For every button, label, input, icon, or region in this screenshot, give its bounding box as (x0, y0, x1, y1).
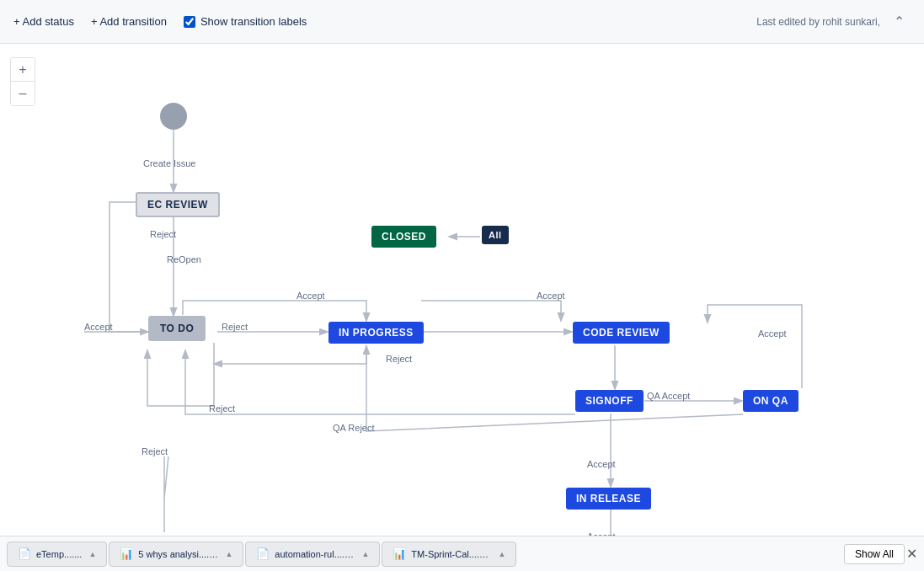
node-closed[interactable]: CLOSED (371, 226, 436, 248)
file-icon-1: 📊 (120, 547, 133, 560)
chevron-3: ▲ (498, 550, 505, 558)
taskbar-item-0[interactable]: 📄 eTemp....... ▲ (7, 542, 107, 567)
add-transition-button[interactable]: + Add transition (91, 15, 167, 28)
taskbar-item-3[interactable]: 📊 TM-Sprint-Cal....xlsx ▲ (382, 542, 516, 567)
taskbar-label-1: 5 whys analysi....xls (138, 549, 218, 559)
collapse-button[interactable]: ⌃ (887, 10, 911, 34)
last-edited-info: Last edited by rohit sunkari, ⌃ (756, 10, 911, 34)
file-icon-2: 📄 (256, 547, 270, 560)
label-reject-bottom: Reject (142, 446, 168, 456)
label-accept-codereview: Accept (537, 291, 565, 301)
node-code-review[interactable]: CODE REVIEW (573, 322, 670, 344)
show-labels-checkbox[interactable] (184, 16, 195, 28)
taskbar-item-1[interactable]: 📊 5 whys analysi....xls ▲ (109, 542, 243, 567)
show-labels-text: Show transition labels (200, 15, 307, 28)
zoom-out-button[interactable]: – (11, 82, 35, 105)
node-all[interactable]: All (482, 226, 509, 244)
taskbar-item-2[interactable]: 📄 automation-rul....is... ▲ (245, 542, 380, 567)
label-qa-accept: QA Accept (647, 391, 690, 401)
label-reject-inprogress: Reject (386, 354, 412, 364)
show-all-button[interactable]: Show All (844, 544, 905, 564)
node-signoff[interactable]: SIGNOFF (575, 390, 644, 412)
create-issue-label: Create Issue (143, 158, 195, 168)
node-in-progress[interactable]: IN PROGRESS (328, 322, 424, 344)
show-labels-toggle[interactable]: Show transition labels (184, 15, 307, 28)
start-circle (160, 103, 187, 130)
label-accept-onqa: Accept (758, 328, 787, 339)
node-ec-review[interactable]: EC REVIEW (136, 192, 220, 217)
taskbar-label-2: automation-rul....is... (275, 549, 355, 559)
taskbar-label-0: eTemp....... (36, 549, 82, 559)
chevron-2: ▲ (361, 550, 369, 558)
add-status-label: + Add status (13, 15, 74, 28)
file-icon-3: 📊 (393, 547, 406, 560)
node-in-release[interactable]: IN RELEASE (566, 488, 651, 510)
label-reject-ecreview: Reject (150, 229, 176, 239)
zoom-controls: + – (10, 57, 35, 106)
label-reject-signoff: Reject (209, 403, 235, 414)
add-transition-label: + Add transition (91, 15, 167, 28)
label-reopen: ReOpen (167, 254, 201, 264)
chevron-0: ▲ (88, 550, 96, 558)
file-icon-0: 📄 (18, 547, 31, 560)
label-accept-inprogress: Accept (296, 291, 325, 301)
label-qa-reject: QA Reject (333, 423, 375, 433)
taskbar-label-3: TM-Sprint-Cal....xlsx (411, 549, 491, 559)
label-accept-inrelease: Accept (587, 459, 616, 469)
zoom-in-button[interactable]: + (11, 58, 35, 82)
last-edited-text: Last edited by rohit sunkari, (756, 16, 880, 28)
node-on-qa[interactable]: ON QA (743, 390, 798, 412)
taskbar: 📄 eTemp....... ▲ 📊 5 whys analysi....xls… (0, 536, 924, 571)
workflow-svg (0, 44, 924, 571)
node-to-do[interactable]: TO DO (148, 316, 206, 341)
taskbar-close-button[interactable]: ✕ (906, 546, 917, 562)
label-accept-left: Accept (84, 322, 113, 332)
canvas-area: + – (0, 44, 924, 571)
toolbar: + Add status + Add transition Show trans… (0, 0, 924, 44)
label-reject-todo: Reject (222, 322, 248, 332)
chevron-1: ▲ (225, 550, 232, 558)
add-status-button[interactable]: + Add status (13, 15, 74, 28)
